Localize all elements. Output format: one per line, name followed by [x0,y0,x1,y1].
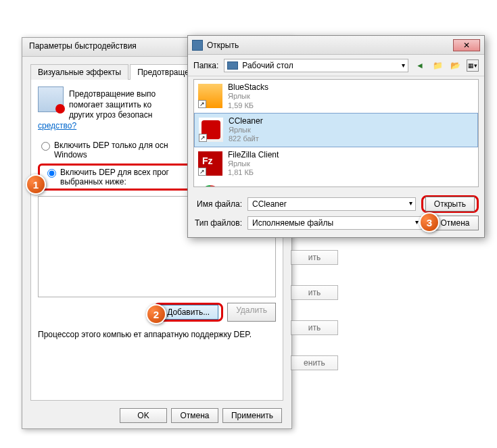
up-folder-icon[interactable]: 📁 [431,59,444,72]
file-size: 822 байт [229,134,263,143]
folder-label: Папка: [193,61,218,70]
open-dialog-titlebar: Открыть ✕ [188,36,484,55]
background-window-buttons: ить ить ить енить [291,250,325,391]
dep-help-link[interactable]: средство? [38,121,76,130]
ghost-button: ить [291,250,338,265]
step-badge-3: 3 [419,212,440,232]
add-button[interactable]: Добавить... [158,305,218,320]
dep-shield-icon [38,86,64,112]
shortcut-arrow-icon: ↗ [198,100,206,108]
ccleaner-icon: ↗ [199,118,223,142]
file-type: Ярлык [228,92,268,101]
filename-value: CCleaner [252,199,287,209]
filetype-label: Тип файлов: [193,218,242,228]
chrome-icon [198,182,222,187]
file-item-bluestacks[interactable]: ↗ BlueStacksЯрлык1,59 КБ [194,80,478,113]
file-size: 1,81 КБ [228,168,279,177]
radio-label: Включить DEP для всех прог выбранных ниж… [60,168,169,186]
shortcut-arrow-icon: ↗ [198,168,206,176]
file-size: 1,59 КБ [228,101,268,110]
open-dialog-title: Открыть [207,41,239,50]
file-name: FileZilla Client [228,150,279,159]
filezilla-icon: Fz↗ [198,151,222,176]
radio-dep-all-input[interactable] [47,169,56,178]
file-item-filezilla[interactable]: Fz↗ FileZilla ClientЯрлык1,81 КБ [194,147,478,180]
open-button[interactable]: Открыть [425,197,475,211]
file-item-ccleaner[interactable]: ↗ CCleanerЯрлык822 байт [194,113,478,147]
filename-label: Имя файла: [193,199,242,209]
tab-visual-effects[interactable]: Визуальные эффекты [30,64,128,80]
open-toolbar: Папка: Рабочий стол ◄ 📁 📂 ▦▾ [188,55,484,76]
open-button-highlight: Открыть [421,195,479,213]
close-button[interactable]: ✕ [453,39,480,51]
file-type: Ярлык [228,159,279,168]
filename-combo[interactable]: CCleaner [247,197,416,211]
folder-value: Рабочий стол [242,61,293,70]
apply-button[interactable]: Применить [222,408,282,423]
step-badge-1: 1 [26,174,46,195]
file-name: CCleaner [229,116,263,126]
ghost-button: ить [291,285,338,300]
dialog-icon [192,40,203,51]
radio-dep-essential-input[interactable] [41,142,50,151]
cancel-button[interactable]: Отмена [171,408,218,423]
shortcut-arrow-icon: ↗ [199,134,207,142]
ghost-button: ить [291,320,338,335]
file-type: Ярлык [229,126,263,134]
file-name: BlueStacks [228,82,268,92]
open-file-dialog: Открыть ✕ Папка: Рабочий стол ◄ 📁 📂 ▦▾ ↗… [187,35,485,238]
bluestacks-icon: ↗ [198,84,222,108]
filetype-value: Исполняемые файлы [252,218,333,228]
file-item-chrome[interactable]: Google Chrome [194,180,478,187]
file-list[interactable]: ↗ BlueStacksЯрлык1,59 КБ ↗ CCleanerЯрлык… [193,79,479,187]
desktop-icon [227,61,238,70]
new-folder-icon[interactable]: 📂 [449,59,461,72]
radio-label: Включить DEP только для осн Windows [54,141,168,159]
filetype-combo[interactable]: Исполняемые файлы [247,216,422,230]
cpu-support-text: Процессор этого компью ет аппаратную под… [38,330,276,341]
folder-combo[interactable]: Рабочий стол [224,59,408,72]
back-icon[interactable]: ◄ [414,59,426,72]
remove-button: Удалить [227,303,276,322]
step-badge-2: 2 [146,304,166,324]
ok-button[interactable]: OK [120,408,167,423]
ghost-button: енить [291,355,338,370]
view-menu-icon[interactable]: ▦▾ [467,59,479,72]
